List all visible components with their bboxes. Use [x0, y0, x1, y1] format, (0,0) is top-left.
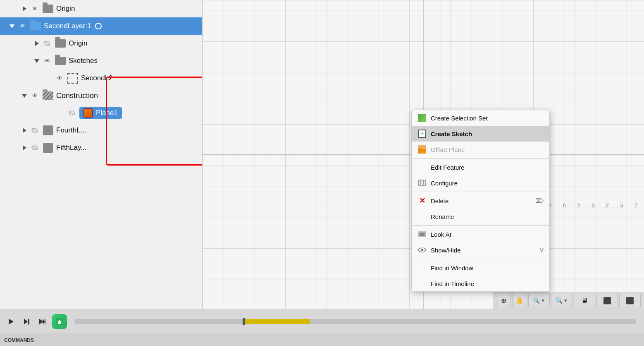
- svg-marker-11: [24, 319, 28, 324]
- eye-icon-secondl2[interactable]: 👁: [55, 73, 64, 83]
- menu-item-offset-plane[interactable]: Offset Plane: [412, 142, 549, 157]
- label-secondl2: SecondL2: [81, 74, 113, 82]
- ruler-7: 7: [634, 203, 637, 209]
- tree-item-construction[interactable]: 👁 Construction: [0, 87, 202, 104]
- hand-icon-btn[interactable]: ✋: [512, 294, 527, 307]
- expand-arrow-second-layer[interactable]: [8, 22, 16, 30]
- menu-item-look-at[interactable]: Look At: [412, 226, 549, 242]
- tree-item-second-layer[interactable]: 👁 SecondLayer:1: [0, 17, 202, 35]
- timeline-track[interactable]: [74, 319, 636, 324]
- eye-icon-sketches[interactable]: 👁: [42, 56, 52, 66]
- ruler-25: 2: [577, 203, 580, 209]
- tree-item-origin-sub[interactable]: Origin: [0, 35, 202, 52]
- show-hide-shortcut: V: [540, 247, 544, 253]
- selection-set-icon: [417, 113, 427, 123]
- app-wrapper: 👁 Origin 👁 SecondLayer:1: [0, 0, 644, 346]
- expand-arrow-sketches[interactable]: [33, 57, 41, 65]
- end-button[interactable]: [36, 316, 48, 327]
- tree-item-fifthlay[interactable]: FifthLay...: [0, 139, 202, 156]
- tree-item-sketches[interactable]: 👁 Sketches: [0, 52, 202, 70]
- content-row: 👁 Origin 👁 SecondLayer:1: [0, 0, 644, 309]
- folder-icon-origin-sub: [55, 38, 66, 49]
- step-button[interactable]: [21, 316, 32, 327]
- expand-arrow-fifthlay[interactable]: [21, 144, 28, 151]
- svg-rect-12: [28, 319, 29, 324]
- folder-icon-origin-top: [42, 3, 54, 14]
- record-icon: [95, 23, 102, 29]
- svg-marker-10: [9, 319, 14, 324]
- folder-icon-sketches: [55, 55, 66, 67]
- eye-icon-origin-sub[interactable]: [42, 38, 52, 48]
- menu-label-show-hide: Show/Hide: [431, 247, 461, 254]
- app-icon: [52, 314, 67, 329]
- tree-panel: 👁 Origin 👁 SecondLayer:1: [0, 0, 203, 309]
- separator-3: [412, 225, 549, 226]
- commands-label: COMMANDS: [4, 337, 34, 343]
- eye-icon-second-layer[interactable]: 👁: [17, 21, 27, 31]
- folder-icon-second-layer: [30, 20, 41, 32]
- separator-4: [412, 259, 549, 259]
- label-second-layer: SecondLayer:1: [44, 22, 91, 30]
- display-icon-btn[interactable]: 🖥: [574, 294, 595, 307]
- edit-feature-icon: [417, 163, 427, 172]
- menu-item-delete[interactable]: ✕ Delete ⌦: [412, 193, 549, 209]
- timeline-bar: [0, 309, 644, 334]
- expand-arrow-fourthl[interactable]: [21, 127, 28, 134]
- svg-point-9: [421, 249, 423, 251]
- zoom-in-icon-btn[interactable]: 🔍 ▼: [528, 294, 550, 307]
- eye-icon-origin-top[interactable]: 👁: [30, 4, 40, 14]
- label-plane1: Plane1: [96, 109, 118, 117]
- menu-label-delete: Delete: [431, 197, 448, 204]
- folder-icon-construction: [42, 90, 54, 101]
- timeline-yellow-range: [243, 319, 310, 324]
- bottom-right-toolbar: ⊕ ✋ 🔍 ▼ 🔍 ▼ 🖥 ⬛ ⬛: [493, 292, 644, 309]
- label-sketches: Sketches: [69, 57, 98, 65]
- menu-label-look-at: Look At: [431, 231, 451, 238]
- timeline-marker[interactable]: [243, 318, 245, 325]
- plane1-selected-badge[interactable]: Plane1: [79, 107, 122, 119]
- menu-label-rename: Rename: [431, 213, 454, 220]
- menu-label-create-sketch: Create Sketch: [431, 130, 472, 137]
- eye-icon-construction[interactable]: 👁: [30, 91, 40, 101]
- ruler-0: 0: [592, 203, 594, 209]
- menu-item-edit-feature[interactable]: Edit Feature: [412, 159, 549, 175]
- eye-icon-plane1[interactable]: [67, 108, 77, 118]
- menu-label-configure: Configure: [431, 180, 458, 187]
- expand-arrow-origin-sub[interactable]: [33, 40, 41, 47]
- look-at-icon: [417, 230, 427, 239]
- tree-item-plane1[interactable]: Plane1: [0, 104, 202, 122]
- cube-icon-fourthl: [42, 125, 54, 136]
- configure-icon: [417, 178, 427, 187]
- tree-item-fourthl[interactable]: FourthL...: [0, 122, 202, 139]
- zoom-out-icon-btn[interactable]: 🔍 ▼: [551, 294, 572, 307]
- move-icon-btn[interactable]: ⊕: [496, 294, 511, 307]
- menu-item-find-in-timeline[interactable]: Find in Timeline: [412, 276, 549, 291]
- delete-shortcut: ⌦: [535, 197, 544, 204]
- eye-icon-fourthl[interactable]: [30, 125, 40, 135]
- menu-item-show-hide[interactable]: Show/Hide V: [412, 242, 549, 258]
- offset-plane-icon: [417, 145, 427, 154]
- expand-arrow-origin-top[interactable]: [21, 5, 28, 12]
- separator-2: [412, 192, 549, 192]
- expand-arrow-construction[interactable]: [21, 92, 28, 99]
- menu-item-configure[interactable]: Configure: [412, 175, 549, 191]
- play-button[interactable]: [5, 316, 17, 327]
- label-fifthlay: FifthLay...: [56, 144, 86, 152]
- rename-icon: [417, 212, 427, 221]
- tree-item-secondl2[interactable]: 👁 SecondL2: [0, 70, 202, 87]
- eye-icon-fifthlay[interactable]: [30, 143, 40, 153]
- svg-marker-13: [39, 319, 43, 324]
- label-origin-top: Origin: [56, 5, 75, 13]
- tree-item-origin-top[interactable]: 👁 Origin: [0, 0, 202, 17]
- view-icon-btn[interactable]: ⬛: [619, 294, 641, 307]
- grid-icon-btn[interactable]: ⬛: [596, 294, 618, 307]
- menu-item-rename[interactable]: Rename: [412, 209, 549, 224]
- menu-item-create-sketch[interactable]: + Create Sketch: [412, 126, 549, 142]
- menu-item-find-in-window[interactable]: Find in Window: [412, 260, 549, 276]
- label-fourthl: FourthL...: [56, 126, 86, 135]
- menu-item-create-selection-set[interactable]: Create Selection Set: [412, 110, 549, 126]
- bottom-status-bar: COMMANDS: [0, 334, 644, 346]
- plane-icon-plane1: [83, 108, 93, 118]
- zoom-in-label: 🔍: [533, 297, 540, 304]
- find-in-timeline-icon: [417, 279, 427, 288]
